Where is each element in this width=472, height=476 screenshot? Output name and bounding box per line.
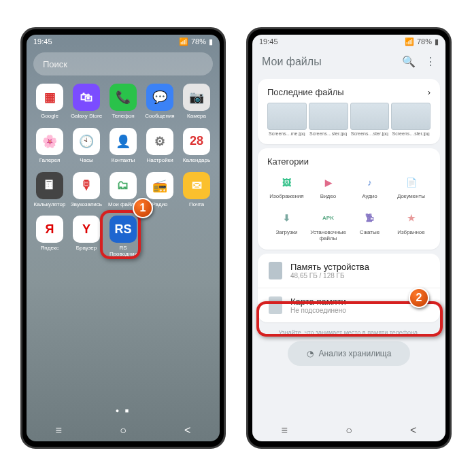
app-контакты[interactable]: 👤Контакты [105, 128, 141, 164]
category-icon: ▶ [320, 173, 337, 191]
app-google[interactable]: ▦Google [32, 84, 67, 120]
app-галерея[interactable]: 🌸Галерея [32, 128, 67, 164]
app-label: Браузер [76, 245, 97, 252]
app-телефон[interactable]: 📞Телефон [105, 84, 141, 120]
search-icon[interactable]: 🔍 [402, 55, 416, 68]
nav-recents[interactable]: ≡ [56, 424, 62, 437]
app-icon: ⚙ [146, 128, 173, 155]
recent-thumb[interactable]: Screens…ster.jpg [350, 103, 390, 136]
category-label: Видео [320, 194, 336, 200]
recent-thumb[interactable]: Screens…ster.jpg [391, 103, 431, 136]
app-label: Google [41, 114, 58, 120]
status-right: 📶 78% ▮ [405, 37, 439, 46]
page-title: Мои файлы [262, 56, 392, 68]
analyse-button[interactable]: ◔ Анализ хранилища [288, 341, 410, 366]
phone-right: 19:45 📶 78% ▮ Мои файлы 🔍 ⋮ Последние фа… [246, 27, 452, 449]
status-right: 📶 78% ▮ [179, 37, 213, 46]
nav-home[interactable]: ○ [345, 424, 352, 437]
device-storage[interactable]: Память устройства 48,65 ГБ / 128 ГБ [258, 254, 440, 288]
category-аудио[interactable]: ♪Аудио [350, 173, 389, 200]
app-часы[interactable]: 🕙Часы [69, 128, 104, 164]
app-label: Почта [189, 202, 204, 208]
app-label: Телефон [112, 114, 134, 120]
app-label: Контакты [112, 158, 135, 164]
category-документы[interactable]: 📄Документы [392, 173, 431, 200]
thumb-image [267, 103, 307, 130]
app-яндекс[interactable]: ЯЯндекс [32, 216, 67, 258]
recent-thumbs: Screens…me.jpgScreens…ster.jpgScreens…st… [267, 103, 431, 136]
recent-files-card[interactable]: Последние файлы › Screens…me.jpgScreens…… [258, 79, 440, 144]
thumb-image [391, 103, 431, 130]
battery-icon: ▮ [435, 37, 439, 46]
thumb-caption: Screens…ster.jpg [309, 131, 348, 136]
category-label: Избранное [397, 230, 425, 236]
category-label: Аудио [362, 194, 377, 200]
app-icon: 28 [183, 128, 210, 155]
categories-grid: 🖼Изображения▶Видео♪Аудио📄Документы⬇Загру… [267, 173, 431, 241]
app-календарь[interactable]: 28Календарь [179, 128, 214, 164]
category-установочные файлы[interactable]: APKУстановочные файлы [309, 209, 348, 242]
app-label: Радио [152, 202, 167, 208]
app-сообщения[interactable]: 💬Сообщения [142, 84, 178, 120]
nav-back[interactable]: < [184, 424, 190, 437]
more-icon[interactable]: ⋮ [425, 55, 436, 68]
phone-storage-icon [269, 262, 282, 279]
search-input[interactable]: Поиск [33, 52, 213, 75]
app-label: Галерея [39, 158, 61, 164]
app-icon: 🗂 [109, 172, 137, 199]
pie-chart-icon: ◔ [307, 349, 314, 358]
app-galaxy-store[interactable]: 🛍Galaxy Store [69, 84, 104, 120]
recent-thumb[interactable]: Screens…ster.jpg [309, 103, 348, 136]
category-icon: ★ [403, 209, 420, 227]
app-настройки[interactable]: ⚙Настройки [142, 128, 178, 164]
category-изображения[interactable]: 🖼Изображения [267, 173, 306, 200]
category-видео[interactable]: ▶Видео [309, 173, 348, 200]
category-избранное[interactable]: ★Избранное [392, 209, 431, 242]
app-icon: 📞 [109, 84, 137, 111]
thumb-caption: Screens…me.jpg [267, 131, 307, 136]
app-icon: 👤 [109, 128, 137, 155]
status-time: 19:45 [259, 37, 278, 46]
app-label: Настройки [146, 158, 173, 164]
app-калькулятор[interactable]: 🖩Калькулятор [32, 172, 67, 208]
category-сжатые[interactable]: 🗜Сжатые [350, 209, 389, 242]
app-icon: ▦ [36, 84, 63, 111]
nav-recents[interactable]: ≡ [282, 424, 288, 437]
nav-bar: ≡ ○ < [252, 420, 445, 441]
signal-icon: 📶 [405, 37, 414, 46]
app-icon: 🎙 [73, 172, 100, 199]
signal-icon: 📶 [179, 37, 188, 46]
nav-bar: ≡ ○ < [27, 420, 220, 441]
app-браузер[interactable]: YБраузер [69, 216, 104, 258]
phone-left: 19:45 📶 78% ▮ Поиск ▦Google🛍Galaxy Store… [20, 27, 226, 449]
home-screen: 19:45 📶 78% ▮ Поиск ▦Google🛍Galaxy Store… [27, 35, 220, 441]
app-label: Календарь [183, 158, 210, 164]
category-label: Установочные файлы [309, 230, 348, 242]
thumb-image [309, 103, 348, 130]
app-звукозапись[interactable]: 🎙Звукозапись [69, 172, 104, 208]
app-почта[interactable]: ✉Почта [179, 172, 214, 208]
recent-title: Последние файлы [267, 87, 344, 97]
thumb-image [350, 103, 390, 130]
recent-thumb[interactable]: Screens…me.jpg [267, 103, 307, 136]
highlight-1 [100, 210, 141, 259]
category-icon: ♪ [361, 173, 379, 191]
categories-card: Категории 🖼Изображения▶Видео♪Аудио📄Докум… [258, 148, 440, 250]
category-icon: APK [320, 209, 337, 227]
app-label: Часы [80, 158, 93, 164]
app-label: Камера [187, 114, 206, 120]
app-icon: 📷 [183, 84, 210, 111]
storage-title: Память устройства [290, 262, 429, 272]
app-icon: 🌸 [36, 128, 63, 155]
app-icon: Y [73, 216, 100, 243]
app-icon: ✉ [183, 172, 210, 199]
app-icon: Я [36, 216, 63, 243]
search-placeholder: Поиск [43, 59, 67, 69]
app-камера[interactable]: 📷Камера [179, 84, 214, 120]
category-загрузки[interactable]: ⬇Загрузки [267, 209, 306, 242]
status-time: 19:45 [33, 37, 52, 46]
status-bar: 19:45 📶 78% ▮ [252, 35, 445, 48]
nav-back[interactable]: < [410, 424, 416, 437]
nav-home[interactable]: ○ [120, 424, 127, 437]
app-label: Сообщения [145, 114, 174, 120]
